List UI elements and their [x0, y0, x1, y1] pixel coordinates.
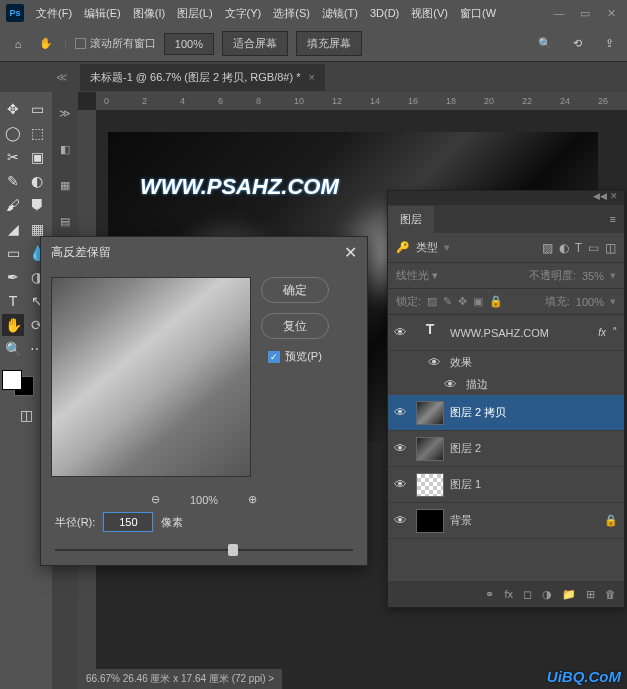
fx-expand-icon[interactable]: ˄ [612, 326, 618, 339]
visibility-icon[interactable]: 👁 [394, 513, 410, 528]
palette-icon[interactable]: ◧ [54, 138, 76, 160]
visibility-icon[interactable]: 👁 [394, 477, 410, 492]
layer-row[interactable]: 👁 T WWW.PSAHZ.COM fx ˄ [388, 315, 624, 351]
crop-tool[interactable]: ✂ [2, 146, 24, 168]
fx-effects-row[interactable]: 👁 效果 [388, 351, 624, 373]
radius-slider[interactable] [55, 542, 353, 558]
hand-tool[interactable]: ✋ [2, 314, 24, 336]
menu-window[interactable]: 窗口(W [454, 6, 502, 21]
type-tool[interactable]: T [2, 290, 24, 312]
document-tab[interactable]: 未标题-1 @ 66.7% (图层 2 拷贝, RGB/8#) * × [80, 64, 325, 91]
link-layers-icon[interactable]: ⚭ [485, 588, 494, 601]
menu-select[interactable]: 选择(S) [267, 6, 316, 21]
radius-input[interactable] [103, 512, 153, 532]
blend-mode-select[interactable]: 线性光 ▾ [396, 268, 523, 283]
hand-tool-icon[interactable]: ✋ [36, 34, 56, 54]
filter-adjust-icon[interactable]: ◐ [559, 241, 569, 255]
menu-view[interactable]: 视图(V) [405, 6, 454, 21]
panel-menu-icon[interactable]: ≡ [602, 213, 624, 225]
menu-edit[interactable]: 编辑(E) [78, 6, 127, 21]
delete-icon[interactable]: 🗑 [605, 588, 616, 600]
lock-position-icon[interactable]: ✥ [458, 295, 467, 308]
slider-thumb[interactable] [228, 544, 238, 556]
quickmask-icon[interactable]: ◫ [15, 404, 37, 426]
eyedropper-tool[interactable]: ✎ [2, 170, 24, 192]
zoom-value[interactable]: 100% [164, 33, 214, 55]
lock-brush-icon[interactable]: ✎ [443, 295, 452, 308]
menu-type[interactable]: 文字(Y) [219, 6, 268, 21]
brush-tool[interactable]: 🖌 [2, 194, 24, 216]
swatches-icon[interactable]: ▦ [54, 174, 76, 196]
tab-close-icon[interactable]: × [308, 71, 314, 83]
menu-filter[interactable]: 滤镜(T) [316, 6, 364, 21]
lasso-tool[interactable]: ◯ [2, 122, 24, 144]
maximize-icon[interactable]: ▭ [579, 7, 591, 19]
kind-select[interactable]: 类型 [416, 240, 438, 255]
layer-name: 图层 2 拷贝 [450, 405, 618, 420]
dialog-close-icon[interactable]: ✕ [344, 243, 357, 262]
heal-tool[interactable]: ◐ [26, 170, 48, 192]
visibility-icon[interactable]: 👁 [394, 325, 410, 340]
layer-row[interactable]: 👁 图层 1 [388, 467, 624, 503]
mask-icon[interactable]: ◻ [523, 588, 532, 601]
visibility-icon[interactable]: 👁 [394, 441, 410, 456]
search-icon[interactable]: 🔍 [535, 34, 555, 54]
fx-badge[interactable]: fx [598, 327, 606, 338]
lock-pixel-icon[interactable]: ▨ [427, 295, 437, 308]
dock-expand-icon[interactable]: ≫ [54, 102, 76, 124]
new-layer-icon[interactable]: ⊞ [586, 588, 595, 601]
pen-tool[interactable]: ✒ [2, 266, 24, 288]
menu-3d[interactable]: 3D(D) [364, 7, 405, 19]
lock-all-icon[interactable]: 🔒 [489, 295, 503, 308]
panel-tab-layers[interactable]: 图层 [388, 206, 434, 233]
adjustment-icon[interactable]: ◑ [542, 588, 552, 601]
share-icon[interactable]: ⇪ [599, 34, 619, 54]
eraser-tool[interactable]: ◢ [2, 218, 24, 240]
color-swatches[interactable] [2, 370, 34, 396]
minimize-icon[interactable]: — [553, 7, 565, 19]
lock-artboard-icon[interactable]: ▣ [473, 295, 483, 308]
layers-icon[interactable]: ▤ [54, 210, 76, 232]
frame-tool[interactable]: ▣ [26, 146, 48, 168]
fx-stroke-row[interactable]: 👁 描边 [388, 373, 624, 395]
zoom-out-icon[interactable]: ⊖ [151, 493, 160, 506]
fx-icon[interactable]: fx [504, 588, 513, 600]
filter-type-icon[interactable]: T [575, 241, 582, 255]
layer-row[interactable]: 👁 图层 2 [388, 431, 624, 467]
stamp-tool[interactable]: ⛊ [26, 194, 48, 216]
visibility-icon[interactable]: 👁 [444, 377, 460, 392]
preview-checkbox[interactable]: ✓ 预览(P) [268, 349, 322, 364]
shape-tool[interactable]: ▭ [2, 242, 24, 264]
menu-layer[interactable]: 图层(L) [171, 6, 218, 21]
kind-label: 🔑 [396, 241, 410, 254]
layer-row[interactable]: 👁 图层 2 拷贝 [388, 395, 624, 431]
foreground-color[interactable] [2, 370, 22, 390]
history-icon[interactable]: ⟲ [567, 34, 587, 54]
menu-image[interactable]: 图像(I) [127, 6, 171, 21]
layer-row[interactable]: 👁 背景 🔒 [388, 503, 624, 539]
zoom-in-icon[interactable]: ⊕ [248, 493, 257, 506]
filter-smart-icon[interactable]: ◫ [605, 241, 616, 255]
visibility-icon[interactable]: 👁 [428, 355, 444, 370]
layer-thumb [416, 509, 444, 533]
fill-value[interactable]: 100% [576, 296, 604, 308]
zoom-tool[interactable]: 🔍 [2, 338, 24, 360]
home-icon[interactable]: ⌂ [8, 34, 28, 54]
filter-pixel-icon[interactable]: ▨ [542, 241, 553, 255]
close-icon[interactable]: ✕ [605, 7, 617, 19]
fit-screen-button[interactable]: 适合屏幕 [222, 31, 288, 56]
ok-button[interactable]: 确定 [261, 277, 329, 303]
tab-prev-icon[interactable]: ≪ [56, 71, 70, 84]
panel-collapse-bar[interactable]: ◀◀ ✕ [388, 191, 624, 205]
move-tool[interactable]: ✥ [2, 98, 24, 120]
fill-screen-button[interactable]: 填充屏幕 [296, 31, 362, 56]
visibility-icon[interactable]: 👁 [394, 405, 410, 420]
scroll-all-checkbox[interactable]: 滚动所有窗口 [75, 36, 156, 51]
marquee-tool[interactable]: ▭ [26, 98, 48, 120]
menu-file[interactable]: 文件(F) [30, 6, 78, 21]
opacity-value[interactable]: 35% [582, 270, 604, 282]
filter-shape-icon[interactable]: ▭ [588, 241, 599, 255]
reset-button[interactable]: 复位 [261, 313, 329, 339]
wand-tool[interactable]: ⬚ [26, 122, 48, 144]
group-icon[interactable]: 📁 [562, 588, 576, 601]
